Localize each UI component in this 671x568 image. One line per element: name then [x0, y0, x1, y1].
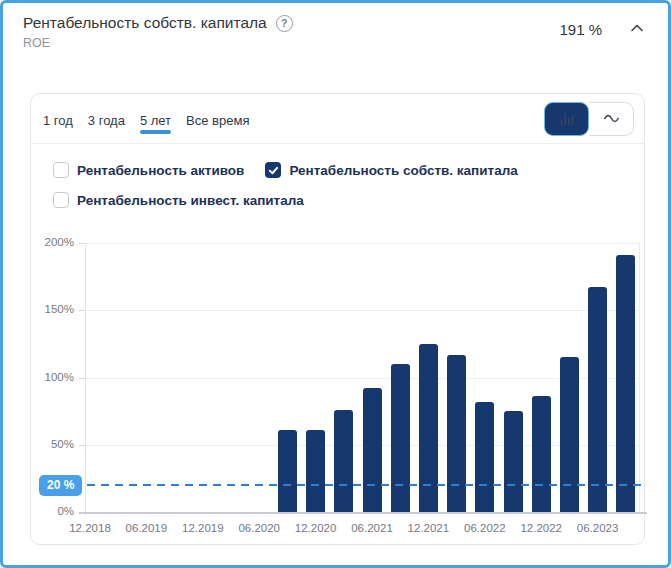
plot-right-border	[639, 243, 640, 512]
bar-09.2021[interactable]	[391, 364, 410, 512]
roe-widget: Рентабельность собств. капитала ? ROE 19…	[0, 0, 671, 568]
header-left: Рентабельность собств. капитала ? ROE	[23, 14, 293, 50]
tab-label: Все время	[186, 113, 249, 128]
x-axis-label: 12.2021	[400, 522, 456, 534]
collapse-button[interactable]	[630, 23, 644, 33]
bar-chart-icon	[558, 110, 576, 128]
tab-label: 5 лет	[140, 113, 171, 128]
x-axis-label: 06.2021	[344, 522, 400, 534]
header-right: 191 %	[559, 21, 644, 38]
bar-09.2023[interactable]	[616, 255, 635, 512]
bar-chart: 0%50%100%150%200%12.201806.201912.201906…	[31, 229, 644, 541]
period-tabs: 1 год3 года5 летВсе время	[43, 97, 249, 141]
legend-item-2[interactable]: Рентабельность инвест. капитала	[53, 192, 304, 208]
gridline-100%	[85, 378, 639, 379]
legend-row-2: Рентабельность инвест. капитала	[53, 185, 644, 215]
tab-period-3[interactable]: Все время	[186, 97, 249, 141]
series-legend: Рентабельность активовРентабельность соб…	[31, 144, 644, 215]
x-axis-label: 12.2019	[175, 522, 231, 534]
bar-12.2022[interactable]	[532, 396, 551, 512]
x-axis-line	[79, 512, 647, 514]
widget-subtitle: ROE	[23, 36, 293, 50]
checkbox-unchecked[interactable]	[53, 192, 69, 208]
x-axis-label: 06.2019	[118, 522, 174, 534]
legend-label: Рентабельность активов	[77, 163, 244, 178]
widget-title: Рентабельность собств. капитала	[23, 14, 267, 32]
reference-badge: 20 %	[39, 475, 82, 496]
current-value: 191 %	[559, 21, 602, 38]
y-axis-label: 150%	[31, 303, 74, 315]
gridline-150%	[85, 310, 639, 311]
gridline-200%	[85, 243, 639, 244]
x-axis-label: 06.2020	[231, 522, 287, 534]
x-axis-label: 12.2020	[288, 522, 344, 534]
checkbox-checked[interactable]	[265, 162, 281, 178]
y-axis-label: 100%	[31, 371, 74, 383]
legend-item-0[interactable]: Рентабельность активов	[53, 162, 244, 178]
bar-03.2021[interactable]	[334, 410, 353, 512]
bar-06.2023[interactable]	[588, 287, 607, 512]
bar-12.2021[interactable]	[419, 344, 438, 512]
widget-header: Рентабельность собств. капитала ? ROE 19…	[3, 3, 668, 50]
bar-view-button[interactable]	[544, 102, 589, 136]
legend-item-1[interactable]: Рентабельность собств. капитала	[265, 162, 517, 178]
tab-period-2[interactable]: 5 лет	[140, 97, 171, 141]
check-icon	[268, 165, 279, 176]
y-axis-label: 200%	[31, 236, 74, 248]
help-icon[interactable]: ?	[276, 15, 293, 32]
chart-toolbar: 1 год3 года5 летВсе время	[31, 94, 644, 144]
chart-card: 1 год3 года5 летВсе время	[30, 93, 645, 545]
active-tab-underline	[140, 130, 171, 134]
x-axis-label: 12.2018	[62, 522, 118, 534]
chevron-up-icon	[630, 23, 644, 33]
view-toggle	[544, 102, 634, 136]
reference-line	[87, 484, 645, 486]
tab-label: 1 год	[43, 113, 73, 128]
tab-label: 3 года	[88, 113, 125, 128]
legend-row-1: Рентабельность активовРентабельность соб…	[53, 155, 644, 185]
bar-03.2022[interactable]	[447, 355, 466, 512]
y-axis-line	[85, 243, 86, 516]
bar-03.2023[interactable]	[560, 357, 579, 512]
legend-label: Рентабельность инвест. капитала	[77, 193, 304, 208]
tab-period-1[interactable]: 3 года	[88, 97, 125, 141]
checkbox-unchecked[interactable]	[53, 162, 69, 178]
x-axis-label: 12.2022	[513, 522, 569, 534]
bar-06.2022[interactable]	[475, 402, 494, 512]
bar-12.2020[interactable]	[306, 430, 325, 512]
bar-09.2022[interactable]	[504, 411, 523, 512]
bar-06.2021[interactable]	[363, 388, 382, 512]
line-chart-icon	[602, 109, 621, 128]
legend-label: Рентабельность собств. капитала	[289, 163, 517, 178]
y-axis-label: 0%	[31, 505, 74, 517]
bar-09.2020[interactable]	[278, 430, 297, 512]
y-axis-label: 50%	[31, 438, 74, 450]
x-axis-label: 06.2022	[457, 522, 513, 534]
tab-period-0[interactable]: 1 год	[43, 97, 73, 141]
x-axis-label: 06.2023	[570, 522, 626, 534]
line-view-button[interactable]	[589, 102, 634, 136]
